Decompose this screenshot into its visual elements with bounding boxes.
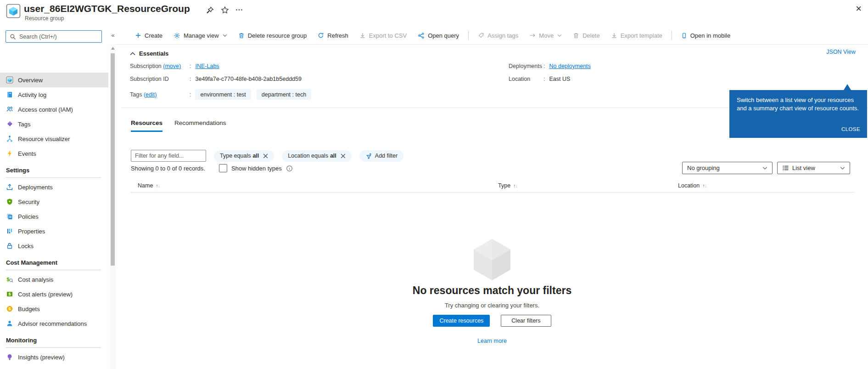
sidebar-scrollbar: [110, 44, 116, 369]
sidebar-item-locks[interactable]: Locks: [0, 238, 108, 253]
more-actions-icon[interactable]: [235, 9, 243, 11]
tag-outline-icon: [478, 32, 484, 39]
subscription-id-label: Subscription ID: [130, 76, 190, 82]
location-label: Location: [509, 76, 543, 82]
column-header-location[interactable]: Location ↑↓: [678, 182, 706, 189]
sidebar-item-cost-alerts[interactable]: $ Cost alerts (preview): [0, 287, 108, 301]
chevron-down-icon: [223, 34, 227, 37]
favorite-star-icon[interactable]: [221, 6, 229, 14]
export-template-button[interactable]: Export template: [607, 30, 666, 41]
sidebar-item-alerts[interactable]: ! Alerts: [0, 364, 108, 369]
policies-icon: [6, 213, 13, 220]
scrollbar-thumb[interactable]: [111, 53, 115, 266]
sidebar-item-tags[interactable]: Tags: [0, 117, 108, 131]
sidebar-item-label: Access control (IAM): [18, 106, 73, 113]
chevron-down-icon: [840, 166, 845, 170]
filter-input[interactable]: [131, 150, 206, 162]
assign-tags-button[interactable]: Assign tags: [474, 30, 522, 41]
json-view-link[interactable]: JSON View: [826, 49, 856, 55]
advisor-icon: [6, 320, 13, 327]
empty-state-title: No resources match your filters: [116, 284, 868, 297]
filter-bar: Type equalsall Location equalsall Add fi…: [131, 150, 403, 162]
remove-filter-icon[interactable]: [341, 153, 346, 159]
sidebar-item-properties[interactable]: Properties: [0, 224, 108, 238]
sidebar-item-label: Policies: [18, 213, 39, 220]
remove-filter-icon[interactable]: [263, 153, 268, 159]
refresh-icon: [318, 32, 324, 39]
sidebar-search-box[interactable]: [6, 30, 102, 43]
sidebar-item-access-control-iam[interactable]: Access control (IAM): [0, 102, 108, 117]
move-button[interactable]: Move: [525, 30, 566, 41]
manage-view-button[interactable]: Manage view: [169, 30, 231, 41]
refresh-button[interactable]: Refresh: [314, 30, 353, 41]
section-divider: [6, 270, 101, 270]
tag-pill-environment[interactable]: environment : test: [195, 89, 251, 100]
sidebar-item-label: Cost analysis: [18, 276, 53, 283]
sidebar-item-label: Insights (preview): [18, 354, 65, 361]
info-icon[interactable]: [286, 165, 293, 172]
create-resources-button[interactable]: Create resources: [433, 315, 490, 327]
essentials-toggle[interactable]: Essentials: [130, 50, 168, 57]
sidebar-item-budgets[interactable]: $ Budgets: [0, 301, 108, 316]
sidebar-search-input[interactable]: [19, 34, 98, 40]
show-hidden-types-label: Show hidden types: [231, 165, 282, 172]
delete-button[interactable]: Delete: [569, 30, 604, 41]
view-mode-dropdown[interactable]: List view: [777, 162, 850, 174]
sidebar-item-overview[interactable]: Overview: [0, 73, 108, 87]
sidebar-item-label: Budgets: [18, 306, 40, 312]
tab-recommendations[interactable]: Recommendations: [174, 119, 226, 132]
sidebar-item-policies[interactable]: Policies: [0, 209, 108, 224]
toolbar-separator: [468, 31, 469, 40]
svg-text:$: $: [9, 307, 11, 311]
sidebar-item-activity-log[interactable]: Activity log: [0, 87, 108, 102]
tooltip-text: Switch between a list view of your resou…: [737, 96, 860, 112]
tooltip-close-button[interactable]: CLOSE: [841, 126, 860, 133]
tab-resources[interactable]: Resources: [131, 119, 162, 132]
show-hidden-types-checkbox[interactable]: [219, 164, 227, 172]
section-label: Monitoring: [6, 336, 102, 345]
scrollbar-up-arrow[interactable]: [111, 47, 115, 50]
column-header-name[interactable]: Name ↑↓: [138, 182, 160, 189]
clear-filters-button[interactable]: Clear filters: [501, 315, 551, 327]
close-blade-icon[interactable]: ×: [856, 4, 862, 14]
pin-icon[interactable]: [206, 6, 214, 14]
sidebar-item-events[interactable]: Events: [0, 146, 108, 161]
activity-log-icon: [6, 91, 13, 98]
svg-text:$: $: [7, 277, 10, 282]
open-in-mobile-button[interactable]: Open in mobile: [677, 30, 734, 41]
filter-pill-type[interactable]: Type equalsall: [214, 150, 274, 162]
sort-icon: ↑↓: [702, 183, 706, 188]
column-header-type[interactable]: Type ↑↓: [498, 182, 517, 189]
learn-more-link[interactable]: Learn more: [477, 338, 507, 344]
delete-resource-group-button[interactable]: Delete resource group: [234, 30, 311, 41]
tag-pill-department[interactable]: department : tech: [257, 89, 311, 100]
deployments-value-link[interactable]: No deployments: [549, 63, 590, 69]
filter-pill-location[interactable]: Location equalsall: [282, 150, 351, 162]
sidebar-item-advisor-recommendations[interactable]: Advisor recommendations: [0, 316, 108, 331]
sidebar-item-insights[interactable]: Insights (preview): [0, 350, 108, 364]
content-tabs: Resources Recommendations: [131, 119, 226, 132]
subscription-row: Subscription (move) : INE-Labs: [130, 63, 219, 69]
sort-icon: ↑↓: [156, 183, 160, 188]
access-control-icon: [6, 106, 13, 113]
sidebar-item-cost-analysis[interactable]: $ Cost analysis: [0, 272, 108, 287]
budgets-icon: $: [6, 305, 13, 312]
sidebar-section-settings: Settings: [0, 166, 108, 178]
sidebar-item-resource-visualizer[interactable]: Resource visualizer: [0, 131, 108, 146]
view-switch-tooltip: Switch between a list view of your resou…: [729, 90, 867, 138]
open-query-button[interactable]: Open query: [414, 30, 463, 41]
svg-text:$: $: [8, 292, 11, 296]
move-link[interactable]: (move): [163, 63, 181, 69]
search-icon: [10, 34, 16, 40]
download-icon: [359, 32, 366, 39]
query-nodes-icon: [418, 32, 425, 39]
sidebar-item-security[interactable]: Security: [0, 194, 108, 209]
edit-tags-link[interactable]: (edit): [144, 91, 157, 98]
subscription-value-link[interactable]: INE-Labs: [195, 63, 219, 69]
export-to-csv-button[interactable]: Export to CSV: [355, 30, 411, 41]
location-value: East US: [549, 76, 570, 82]
grouping-dropdown[interactable]: No grouping: [682, 162, 773, 174]
sidebar-item-deployments[interactable]: Deployments: [0, 180, 108, 194]
create-button[interactable]: Create: [131, 30, 167, 41]
add-filter-button[interactable]: Add filter: [359, 150, 403, 162]
